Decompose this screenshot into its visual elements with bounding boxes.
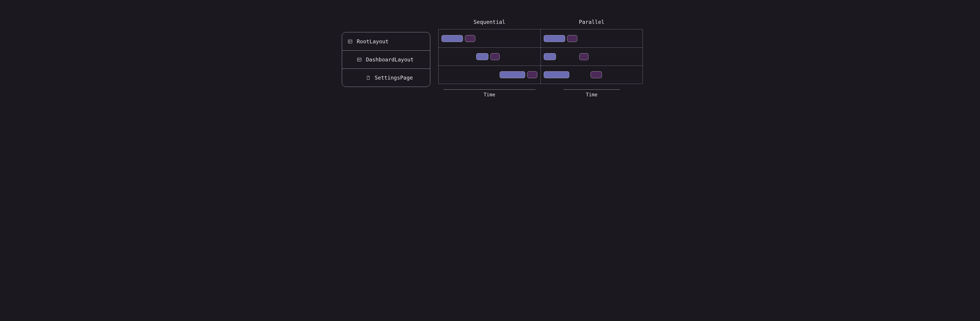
render-bar bbox=[590, 71, 602, 78]
axis-parallel: Time bbox=[541, 89, 643, 98]
axis-line bbox=[443, 89, 536, 90]
render-bar bbox=[490, 53, 500, 60]
axis-label: Time bbox=[484, 92, 495, 98]
cell-parallel bbox=[541, 48, 643, 66]
page-icon bbox=[366, 75, 371, 80]
fetch-bar bbox=[476, 53, 488, 60]
render-bar bbox=[579, 53, 589, 60]
fetch-bar bbox=[544, 53, 556, 60]
axis-label: Time bbox=[586, 92, 598, 98]
cell-parallel bbox=[541, 66, 643, 84]
layout-icon bbox=[348, 39, 353, 44]
render-bar bbox=[527, 71, 537, 78]
cell-sequential bbox=[439, 66, 541, 84]
timeline-row bbox=[439, 47, 643, 66]
fetch-bar bbox=[544, 71, 569, 78]
timeline-grid bbox=[438, 29, 643, 84]
tree-row-label: SettingsPage bbox=[375, 75, 413, 81]
tree-row-dashboard-layout: DashboardLayout bbox=[342, 51, 430, 68]
fetch-bar bbox=[544, 35, 565, 42]
render-bar bbox=[567, 35, 577, 42]
cell-sequential bbox=[439, 48, 541, 66]
cell-sequential bbox=[439, 29, 541, 47]
tree-row-root-layout: RootLayout bbox=[342, 32, 430, 51]
layout-icon bbox=[357, 57, 362, 62]
tree-row-settings-page: SettingsPage bbox=[342, 68, 430, 87]
diagram-stage: RootLayout DashboardLayout SettingsPage … bbox=[311, 0, 669, 117]
tree-row-label: RootLayout bbox=[357, 38, 388, 44]
timeline-headers: Sequential Parallel bbox=[438, 19, 643, 25]
fetch-bar bbox=[500, 71, 525, 78]
timeline-row bbox=[439, 29, 643, 47]
timelines: Sequential Parallel bbox=[438, 19, 643, 98]
timeline-row bbox=[439, 66, 643, 84]
render-bar bbox=[465, 35, 475, 42]
time-axes: Time Time bbox=[438, 89, 643, 98]
tree-row-label: DashboardLayout bbox=[366, 57, 414, 63]
svg-rect-0 bbox=[348, 40, 352, 43]
fetch-bar bbox=[442, 35, 463, 42]
header-sequential: Sequential bbox=[438, 19, 541, 25]
cell-parallel bbox=[541, 29, 643, 47]
svg-rect-3 bbox=[358, 58, 361, 62]
axis-sequential: Time bbox=[438, 89, 541, 98]
header-parallel: Parallel bbox=[541, 19, 643, 25]
axis-line bbox=[563, 89, 620, 90]
component-tree: RootLayout DashboardLayout SettingsPage bbox=[342, 32, 430, 87]
